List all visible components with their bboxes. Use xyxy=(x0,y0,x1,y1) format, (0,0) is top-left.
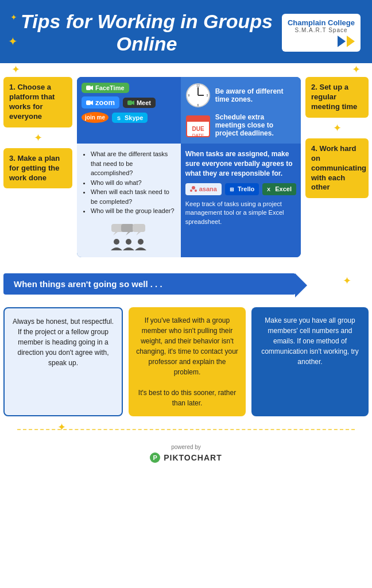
tasks-cell: When tasks are assigned, make sure every… xyxy=(181,144,301,257)
people-icon xyxy=(108,223,149,252)
bullets-list: What are the different tasks that need t… xyxy=(83,149,175,216)
zoom-icon xyxy=(86,99,93,106)
joinme-badge: join me xyxy=(82,112,108,123)
excel-icon: X xyxy=(267,186,273,192)
svg-marker-3 xyxy=(91,100,93,105)
trello-icon: ⊞ xyxy=(230,186,235,192)
tip2-label: 2. Set up a regular meeting time xyxy=(305,77,369,118)
bullet-1: What are the different tasks that need t… xyxy=(91,149,175,178)
svg-text:12: 12 xyxy=(196,84,200,87)
skype-icon: S xyxy=(117,115,122,121)
footer: powered by P PIKTOCHART xyxy=(0,436,372,469)
svg-marker-22 xyxy=(126,232,130,235)
bullets-cell: What are the different tasks that need t… xyxy=(77,144,181,257)
facetime-badge: FaceTime xyxy=(82,83,129,93)
bullet-3: When will each task need to be completed… xyxy=(91,187,175,206)
svg-rect-4 xyxy=(127,100,132,105)
svg-point-25 xyxy=(114,239,119,245)
right-labels: 2. Set up a regular meeting time ✦ 4. Wo… xyxy=(305,77,369,257)
svg-point-29 xyxy=(190,189,192,192)
platforms-cell: FaceTime zoom Meet join me S Skype xyxy=(77,77,181,144)
svg-point-26 xyxy=(126,239,131,245)
advice-box-3: Make sure you have all group members' ce… xyxy=(251,307,369,416)
center-grid: FaceTime zoom Meet join me S Skype xyxy=(77,77,301,257)
logo-arrows xyxy=(288,36,355,47)
arrow-blue xyxy=(338,36,346,47)
meet-badge: Meet xyxy=(123,98,156,108)
college-logo: Champlain College S.M.A.R.T Space xyxy=(282,14,361,52)
calendar-icon: DUE DATE xyxy=(185,113,211,138)
svg-point-28 xyxy=(192,186,195,189)
schedule-text: Schedule extra meetings close to project… xyxy=(215,113,296,137)
advice-box-1: Always be honest, but respectful. If the… xyxy=(3,307,123,416)
when-banner: When things aren't going so well . . . xyxy=(3,273,296,295)
star-mid-left: ✦ xyxy=(3,132,72,144)
svg-text:DATE: DATE xyxy=(192,133,204,138)
advice-text-2: If you've talked with a group member who… xyxy=(136,316,238,407)
svg-text:9: 9 xyxy=(188,94,189,97)
svg-text:⊞: ⊞ xyxy=(230,187,234,192)
svg-text:S: S xyxy=(117,115,121,121)
svg-marker-5 xyxy=(132,100,134,105)
piktochart-brand: PIKTOCHART xyxy=(164,453,222,462)
tips-section: 1. Choose a platform that works for ever… xyxy=(0,70,372,264)
advice-box-2: If you've talked with a group member who… xyxy=(129,307,246,416)
svg-marker-20 xyxy=(113,232,118,235)
zoom-badge: zoom xyxy=(82,96,119,109)
zoom-row: zoom Meet xyxy=(82,96,176,109)
svg-point-30 xyxy=(195,189,197,192)
svg-rect-0 xyxy=(86,86,91,90)
star-dashed-1: ✦ xyxy=(57,422,66,432)
star-when-right: ✦ xyxy=(343,276,351,286)
star-row: ✦ ✦ xyxy=(0,63,372,70)
advice-text-1: Always be honest, but respectful. If the… xyxy=(13,318,114,367)
asana-badge: asana xyxy=(185,183,222,195)
svg-rect-2 xyxy=(86,100,91,105)
three-boxes: Always be honest, but respectful. If the… xyxy=(0,300,372,423)
excel-badge: X Excel xyxy=(262,183,296,195)
svg-text:3: 3 xyxy=(206,94,208,97)
star-right: ✦ xyxy=(352,64,361,75)
star-decoration-1: ✦ xyxy=(8,34,18,48)
meet-icon xyxy=(127,99,134,106)
when-things-section: When things aren't going so well . . . ✦ xyxy=(0,264,372,300)
tip1-label: 1. Choose a platform that works for ever… xyxy=(3,77,72,127)
bullet-4: Who will be the group leader? xyxy=(91,206,175,216)
piktochart-logo: P PIKTOCHART xyxy=(0,452,372,463)
logo-subtitle: S.M.A.R.T Space xyxy=(288,27,355,33)
bullet-2: Who will do what? xyxy=(91,178,175,188)
star-decoration-2: ✦ xyxy=(10,13,17,22)
facetime-row: FaceTime xyxy=(82,83,176,93)
svg-marker-24 xyxy=(136,232,141,235)
svg-rect-23 xyxy=(133,224,145,232)
piktochart-icon: P xyxy=(150,452,160,463)
svg-rect-21 xyxy=(121,224,134,232)
trello-badge: ⊞ Trello xyxy=(225,183,259,195)
skype-badge: S Skype xyxy=(112,113,148,123)
clock-icon: 12 3 6 9 xyxy=(185,83,211,108)
schedule-row: DUE DATE Schedule extra meetings close t… xyxy=(185,113,296,138)
when-banner-wrap: When things aren't going so well . . . ✦ xyxy=(3,270,369,298)
dashed-line xyxy=(17,429,355,430)
asana-icon xyxy=(190,185,197,192)
facetime-icon xyxy=(86,84,93,91)
svg-rect-16 xyxy=(187,119,210,122)
tasks-track-text: Keep track of tasks using a project mana… xyxy=(185,200,296,226)
powered-by-text: powered by xyxy=(0,444,372,450)
arrow-yellow xyxy=(347,36,355,47)
tip3-label: 3. Make a plan for getting the work done xyxy=(3,148,72,189)
header: ✦ ✦ Tips for Working in Groups Online Ch… xyxy=(0,0,372,63)
people-icon-area xyxy=(83,223,175,252)
timezone-row: 12 3 6 9 Be aware of different time zone… xyxy=(185,83,296,108)
svg-text:6: 6 xyxy=(197,103,199,107)
left-labels: 1. Choose a platform that works for ever… xyxy=(3,77,72,257)
dashed-section: ✦ xyxy=(0,423,372,436)
tools-row: asana ⊞ Trello X Excel xyxy=(185,183,296,195)
header-title: Tips for Working in Groups Online xyxy=(11,10,282,55)
star-left: ✦ xyxy=(11,64,20,75)
svg-text:X: X xyxy=(267,187,270,192)
star-mid-right: ✦ xyxy=(305,122,369,134)
timezone-text: Be aware of different time zones. xyxy=(215,87,296,103)
svg-text:DUE: DUE xyxy=(192,126,204,132)
svg-point-27 xyxy=(138,239,144,245)
